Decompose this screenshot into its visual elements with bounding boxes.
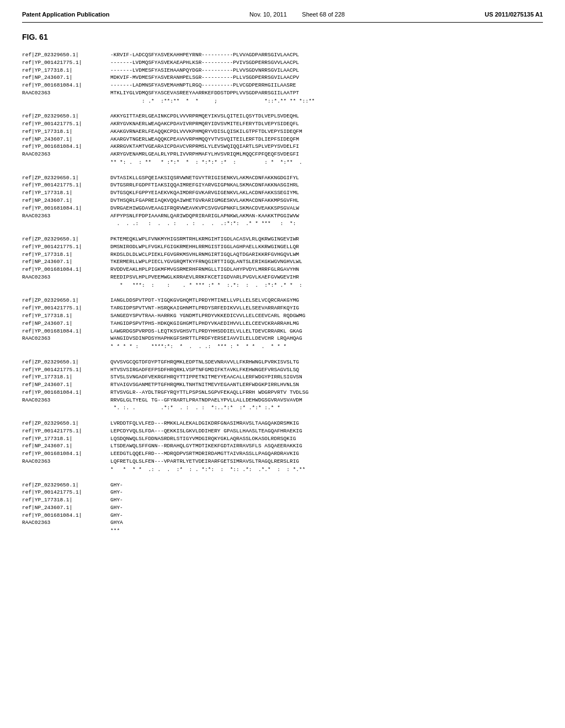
sequence-row: RAAC02363REEDIPSVLHPLPVEEMWGLKRRAEVLRRKF… [22,274,543,281]
sequence-data: DVRGAEHIWGDAVEAAGIFRQRVWEAVKVPCSVGVGPNKF… [110,205,299,212]
sequence-label: RAAC02363 [22,519,110,527]
sequence-label: ref|YP_001681084.1| [22,143,110,151]
sequence-label: RAAC02363 [22,458,110,465]
sequence-label: ref|ZP_02329650.1| [22,481,110,489]
sequence-label: ref|YP_177318.1| [22,251,110,259]
sequence-label: ref|YP_001421775.1| [22,120,110,128]
sequence-row: ref|YP_001681084.1|-------LADMNSFYASVEMA… [22,82,543,89]
sequence-row: ref|YP_177318.1|SANGEDYSPVTRAA-HARRKG YG… [22,312,543,320]
sequence-row: ref|YP_001421775.1|DVTGSRRLFGDPFTIAKSIQQ… [22,181,543,189]
sequence-label: ref|YP_177318.1| [22,435,110,443]
sequence-data: -KRVIF-LADCQSFYASVEKAHHPEYRNR----------P… [110,51,299,59]
consensus-label [22,282,110,290]
sequence-data: RKDSLDLDLWCLPIEKLFGVGRKMSVHLRNMGIRTIGQLA… [110,251,299,259]
sequence-data: IANGLDDSPVTPDT-YIGQKGVGHQMTLPRDYMTINELLV… [110,297,299,304]
sequence-data: QVVSVGCQGTDFDYPTGFHRQMKLEDPTNLSDEVNRAVVL… [110,358,299,366]
sequence-data: GHY- [110,489,123,496]
alignment-block-7: ref|ZP_02329650.1|GHY-ref|YP_001421775.1… [22,481,543,535]
sequence-data: TARGIDPSPVTVNT-HSRQKAIGHNMTLPRDYSRFEDIKV… [110,304,299,312]
sequence-label: ref|NP_243607.1| [22,74,110,82]
consensus-data: *. :. . .*:* . : . : *:..*:* :* .*:* :.*… [110,404,280,412]
sequence-label: ref|NP_243607.1| [22,381,110,389]
sequence-row: ref|YP_001681084.1|LEEDGTLQQELFRD---MDRQ… [22,450,543,458]
sequence-row: ref|YP_177318.1|STVSLSVNGADFVEKRGFHRQYTT… [22,373,543,381]
sequence-row: ref|NP_243607.1|GHY- [22,504,543,512]
sequence-row: RAAC02363WANGIDVSDINPDSYHAPHKGFSHRTTLPRD… [22,335,543,342]
sequence-data: GHY- [110,481,123,489]
sequence-label: ref|YP_001681084.1| [22,82,110,89]
sequence-data: -------LVDMESFYASIEHAANPQYDGR----------P… [110,67,299,74]
consensus-label [22,527,110,535]
sequence-data: AKRRGVKTAMTVGEARAICPDAVCVRPRMSLYLEVSWQIQ… [110,143,299,151]
consensus-data: . . .: : . . : . : . . .:*:*: .* * *** :… [110,220,296,228]
sequence-data: LEEDGTLQQELFRD---MDRQDPVSRTMDRIRDAMGTTAI… [110,450,299,458]
sequence-row: ref|YP_001421775.1|-------LVDMQSFYASVEKA… [22,59,543,67]
consensus-row: . . .: : . . : . : . . .:*:*: .* * *** :… [22,220,543,228]
sequence-data: GHYA [110,519,123,527]
sequence-row: RAAC02363GHYA [22,519,543,527]
sequence-data: RRVGLGLTYEGL TG--GFYRARTLPRATNDPAELYPVLL… [110,397,302,404]
sequence-row: ref|ZP_02329650.1|GHY- [22,481,543,489]
consensus-label [22,98,110,105]
sequence-label: RAAC02363 [22,335,110,342]
sequence-label: RAAC02363 [22,397,110,404]
sequence-data: AKAKGVRNAERLFEAQQKCPDLVVVKPHMQRYVDISLQIS… [110,128,302,136]
sequence-row: ref|YP_001681084.1|RTVSVGLR--AYDLTRGFYRQ… [22,389,543,397]
sequence-data: -------LVDMQSFYASVEKAEAPHLKSR----------P… [110,59,299,67]
sequence-label: ref|ZP_02329650.1| [22,113,110,120]
sequence-row: ref|YP_177318.1|LQSDQNWQLSLFDDNASRDRLSTI… [22,435,543,443]
sequence-label: ref|YP_001421775.1| [22,243,110,251]
sequence-row: RAAC02363RRVGLGLTYEGL TG--GFYRARTLPRATND… [22,397,543,404]
consensus-label [22,159,110,167]
sequence-label: ref|NP_243607.1| [22,442,110,450]
sequence-data: DVTASIKLLGSPQEIAKSIQSRVWNETGVYTRIGISENKV… [110,174,299,182]
sequence-row: RAAC02363AKRYGVENAMRLGEALRLYPRLIVVRPHMAF… [22,151,543,158]
consensus-label [22,404,110,412]
sequence-data: LTSDEAWQLSFFGNN--RDRAHQLGYTMDTIKEKFGDTAI… [110,442,302,450]
sequence-data: RVDDVEAKLHPLPIGKMFMVGSRMERHFRNMGLLTIGDLA… [110,266,299,274]
sequence-data: AKKYGITTAERLGEAINKCPDLVVVRPRMQEYIKVSLQIT… [110,113,299,120]
sequence-row: ref|YP_177318.1|DVTGSQKLFGPPYEIAEKVKQAIM… [22,189,543,197]
sequence-data: LEPCDYVQLSLFDA---QEKKISLGKVLDDIHERY GPAS… [110,427,302,435]
sequence-row: ref|NP_243607.1|RTVAIGVSGANMETPTGFHRQMKL… [22,381,543,389]
sequence-data: AKARGVTNGERLWEAQQKCPEAVVVRPHMQQYVTVSVQIT… [110,136,299,143]
sequence-data: DVTGSRRLFGDPFTIAKSIQQAIMREFGIYARVGIGPNKA… [110,181,299,189]
sequence-data: MDKVIF-MVDMESFYASVERANHPELSGR----------P… [110,74,299,82]
sequence-data: DVTGSQKLFGPPYEIAEKVKQAIMDRFGVKARVGIGENKV… [110,189,299,197]
alignment-block-3: ref|ZP_02329650.1|PKTEMEQKLWPLFVNKMYHIGS… [22,235,543,289]
sequence-row: ref|ZP_02329650.1|QVVSVGCQGTDFDYPTGFHRQM… [22,358,543,366]
sequence-label: ref|YP_177318.1| [22,312,110,320]
sequence-row: ref|ZP_02329650.1|PKTEMEQKLWPLFVNKMYHIGS… [22,235,543,243]
sequence-data: STVSLSVNGADFVEKRGFHRQYTTIPPETNITMEYYEAAC… [110,373,302,381]
sequence-label: ref|YP_001421775.1| [22,427,110,435]
sequence-data: REEDIPSVLHPLPVEEMWGLKRRAEVLRRKFKCETIGDVA… [110,274,299,281]
sequence-row: ref|ZP_02329650.1|AKKYGITTAERLGEAINKCPDL… [22,113,543,120]
header-left: Patent Application Publication [22,11,110,18]
sequence-data: AFPYPSNLFPDPIAAARNLQARIWDQPRIRARIGLAPNKW… [110,212,299,220]
sequence-data: -------LADMNSFYASVEMAHNPTLRGQ----------P… [110,82,296,89]
sequence-data: AKRYGVKNAERLWEAQAKCPDAVIVRPRMQRYIDVSVMIT… [110,120,299,128]
consensus-data: * ***: : : . * *** :* * :.*: : . :*:* .*… [110,282,302,290]
sequence-data: LQSDQNWQLSLFDDNASRDRLSTIGYVMDGIRQKYGKLAQ… [110,435,296,443]
consensus-row: *** [22,527,543,535]
sequence-label: ref|YP_001681084.1| [22,266,110,274]
sequence-row: ref|ZP_02329650.1|DVTASIKLLGSPQEIAKSIQSR… [22,174,543,182]
sequence-data: GHY- [110,504,123,512]
sequence-data: GHY- [110,512,123,520]
sequence-row: ref|YP_177318.1|GHY- [22,496,543,504]
sequence-label: ref|NP_243607.1| [22,136,110,143]
sheet-info: Sheet 68 of 228 [302,11,345,18]
sequence-data: AKRYGVENAMRLGEALRLYPRLIVVRPHMAFYLHVSVRIQ… [110,151,299,158]
consensus-row: * * * * : ****:*: * . . .: *** : * * * .… [22,343,543,351]
sequence-label: ref|YP_177318.1| [22,373,110,381]
sequence-data: WANGIDVSDINPDSYHAPHKGFSHRTTLPRDFYERSEIAV… [110,335,302,342]
alignment-block-4: ref|ZP_02329650.1|IANGLDDSPVTPDT-YIGQKGV… [22,297,543,350]
sequence-data: HTVSVSIRGADFEFPSDFHRQRKLVSPTNFGMDIFKTAVK… [110,366,299,374]
sequence-data: GHY- [110,496,123,504]
alignment-block-2: ref|ZP_02329650.1|DVTASIKLLGSPQEIAKSIQSR… [22,174,543,228]
alignment-block-6: ref|ZP_02329650.1|LVRDDTFQLVLFED---RMKKL… [22,420,543,473]
header-date: Nov. 10, 2011 [249,11,287,18]
consensus-data: : .* :**:** * * ; *::*.** ** *::** [110,98,315,105]
sequence-label: ref|YP_001681084.1| [22,328,110,335]
sequence-row: ref|ZP_02329650.1|IANGLDDSPVTPDT-YIGQKGV… [22,297,543,304]
